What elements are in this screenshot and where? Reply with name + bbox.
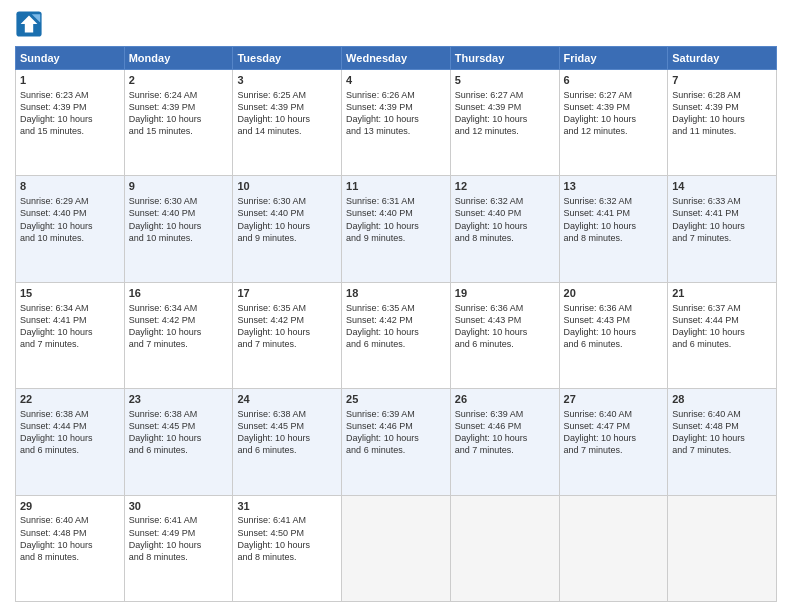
- day-info-line: Sunset: 4:39 PM: [672, 102, 739, 112]
- day-info-line: Daylight: 10 hours: [129, 114, 202, 124]
- calendar-cell: 28Sunrise: 6:40 AMSunset: 4:48 PMDayligh…: [668, 389, 777, 495]
- day-number: 27: [564, 392, 664, 407]
- day-info-line: and 12 minutes.: [564, 126, 628, 136]
- calendar-cell: 2Sunrise: 6:24 AMSunset: 4:39 PMDaylight…: [124, 70, 233, 176]
- day-info-line: and 7 minutes.: [672, 445, 731, 455]
- day-info-line: Sunset: 4:40 PM: [129, 208, 196, 218]
- day-info-line: Sunrise: 6:39 AM: [346, 409, 415, 419]
- calendar-cell: 22Sunrise: 6:38 AMSunset: 4:44 PMDayligh…: [16, 389, 125, 495]
- day-info-line: Sunrise: 6:24 AM: [129, 90, 198, 100]
- day-info-line: and 6 minutes.: [346, 445, 405, 455]
- day-info-line: Sunrise: 6:26 AM: [346, 90, 415, 100]
- day-info-line: Sunrise: 6:35 AM: [237, 303, 306, 313]
- day-info-line: Daylight: 10 hours: [455, 433, 528, 443]
- day-info-line: and 8 minutes.: [237, 552, 296, 562]
- weekday-header-thursday: Thursday: [450, 47, 559, 70]
- day-info-line: Sunrise: 6:27 AM: [564, 90, 633, 100]
- day-info-line: Daylight: 10 hours: [129, 433, 202, 443]
- day-info-line: Sunset: 4:41 PM: [564, 208, 631, 218]
- day-info-line: Sunrise: 6:33 AM: [672, 196, 741, 206]
- day-info-line: and 6 minutes.: [20, 445, 79, 455]
- generalblue-icon: [15, 10, 43, 38]
- day-number: 28: [672, 392, 772, 407]
- day-info-line: and 7 minutes.: [237, 339, 296, 349]
- day-info-line: Daylight: 10 hours: [20, 540, 93, 550]
- day-info-line: Sunrise: 6:23 AM: [20, 90, 89, 100]
- day-info-line: Sunset: 4:44 PM: [20, 421, 87, 431]
- day-info-line: Sunset: 4:39 PM: [564, 102, 631, 112]
- day-info-line: and 7 minutes.: [129, 339, 188, 349]
- weekday-header-monday: Monday: [124, 47, 233, 70]
- day-info-line: Sunrise: 6:34 AM: [20, 303, 89, 313]
- day-info-line: Daylight: 10 hours: [237, 433, 310, 443]
- calendar-cell: 6Sunrise: 6:27 AMSunset: 4:39 PMDaylight…: [559, 70, 668, 176]
- day-info-line: and 7 minutes.: [20, 339, 79, 349]
- day-number: 17: [237, 286, 337, 301]
- day-number: 23: [129, 392, 229, 407]
- day-info-line: Sunset: 4:43 PM: [455, 315, 522, 325]
- day-info-line: and 7 minutes.: [455, 445, 514, 455]
- day-info-line: Daylight: 10 hours: [237, 327, 310, 337]
- day-info-line: and 15 minutes.: [129, 126, 193, 136]
- day-info-line: Daylight: 10 hours: [346, 327, 419, 337]
- day-info-line: Sunrise: 6:31 AM: [346, 196, 415, 206]
- day-info-line: Sunrise: 6:27 AM: [455, 90, 524, 100]
- calendar-cell: 8Sunrise: 6:29 AMSunset: 4:40 PMDaylight…: [16, 176, 125, 282]
- day-number: 7: [672, 73, 772, 88]
- day-info-line: Sunset: 4:39 PM: [237, 102, 304, 112]
- day-info-line: and 6 minutes.: [346, 339, 405, 349]
- day-number: 21: [672, 286, 772, 301]
- day-info-line: Sunrise: 6:32 AM: [455, 196, 524, 206]
- day-number: 16: [129, 286, 229, 301]
- day-info-line: Daylight: 10 hours: [455, 221, 528, 231]
- day-info-line: and 8 minutes.: [455, 233, 514, 243]
- calendar-cell: 4Sunrise: 6:26 AMSunset: 4:39 PMDaylight…: [342, 70, 451, 176]
- day-info-line: Sunrise: 6:40 AM: [564, 409, 633, 419]
- day-info-line: and 9 minutes.: [237, 233, 296, 243]
- day-info-line: Daylight: 10 hours: [129, 221, 202, 231]
- header: [15, 10, 777, 38]
- weekday-header-saturday: Saturday: [668, 47, 777, 70]
- day-info-line: Sunset: 4:40 PM: [20, 208, 87, 218]
- day-info-line: and 10 minutes.: [129, 233, 193, 243]
- day-info-line: Sunset: 4:40 PM: [346, 208, 413, 218]
- day-info-line: Sunset: 4:42 PM: [129, 315, 196, 325]
- calendar-cell: 12Sunrise: 6:32 AMSunset: 4:40 PMDayligh…: [450, 176, 559, 282]
- day-info-line: Sunset: 4:41 PM: [20, 315, 87, 325]
- day-info-line: and 12 minutes.: [455, 126, 519, 136]
- calendar-cell: 30Sunrise: 6:41 AMSunset: 4:49 PMDayligh…: [124, 495, 233, 601]
- weekday-header-friday: Friday: [559, 47, 668, 70]
- day-number: 13: [564, 179, 664, 194]
- day-info-line: Sunset: 4:43 PM: [564, 315, 631, 325]
- calendar-row-3: 15Sunrise: 6:34 AMSunset: 4:41 PMDayligh…: [16, 282, 777, 388]
- day-info-line: Daylight: 10 hours: [20, 221, 93, 231]
- day-info-line: Daylight: 10 hours: [672, 221, 745, 231]
- day-info-line: and 8 minutes.: [564, 233, 623, 243]
- day-info-line: Daylight: 10 hours: [672, 433, 745, 443]
- day-info-line: Daylight: 10 hours: [564, 433, 637, 443]
- day-info-line: Daylight: 10 hours: [129, 327, 202, 337]
- calendar-cell: 16Sunrise: 6:34 AMSunset: 4:42 PMDayligh…: [124, 282, 233, 388]
- calendar-cell: 21Sunrise: 6:37 AMSunset: 4:44 PMDayligh…: [668, 282, 777, 388]
- day-info-line: Daylight: 10 hours: [346, 433, 419, 443]
- day-number: 2: [129, 73, 229, 88]
- day-number: 4: [346, 73, 446, 88]
- calendar-cell: 5Sunrise: 6:27 AMSunset: 4:39 PMDaylight…: [450, 70, 559, 176]
- calendar-cell: 20Sunrise: 6:36 AMSunset: 4:43 PMDayligh…: [559, 282, 668, 388]
- day-info-line: and 6 minutes.: [129, 445, 188, 455]
- calendar-cell: 1Sunrise: 6:23 AMSunset: 4:39 PMDaylight…: [16, 70, 125, 176]
- day-info-line: Daylight: 10 hours: [564, 114, 637, 124]
- day-info-line: Sunset: 4:48 PM: [672, 421, 739, 431]
- calendar-cell: 26Sunrise: 6:39 AMSunset: 4:46 PMDayligh…: [450, 389, 559, 495]
- calendar-table: SundayMondayTuesdayWednesdayThursdayFrid…: [15, 46, 777, 602]
- day-number: 5: [455, 73, 555, 88]
- day-info-line: Sunrise: 6:38 AM: [129, 409, 198, 419]
- day-info-line: Sunrise: 6:41 AM: [237, 515, 306, 525]
- day-number: 10: [237, 179, 337, 194]
- day-info-line: Sunset: 4:45 PM: [237, 421, 304, 431]
- day-info-line: Daylight: 10 hours: [346, 221, 419, 231]
- calendar-row-5: 29Sunrise: 6:40 AMSunset: 4:48 PMDayligh…: [16, 495, 777, 601]
- day-info-line: and 6 minutes.: [237, 445, 296, 455]
- calendar-cell: 29Sunrise: 6:40 AMSunset: 4:48 PMDayligh…: [16, 495, 125, 601]
- calendar-cell: 11Sunrise: 6:31 AMSunset: 4:40 PMDayligh…: [342, 176, 451, 282]
